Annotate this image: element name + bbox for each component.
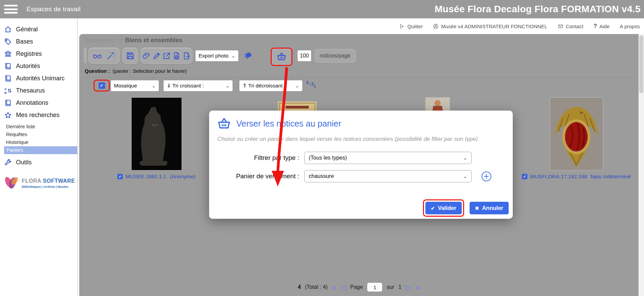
valider-button[interactable]: ✔ Valider: [425, 202, 462, 214]
chevron-down-icon: ⌄: [295, 83, 299, 88]
next-page-button[interactable]: ▷: [406, 284, 411, 291]
tag-icon: [4, 38, 12, 46]
hamburger-menu-icon[interactable]: [4, 5, 18, 14]
sort-descending-select[interactable]: ⇑ Tri décroissant : ⌄: [239, 80, 303, 92]
sidebar-subitem-historique[interactable]: Historique: [0, 138, 77, 146]
pencil-icon[interactable]: [152, 51, 161, 60]
sur-label: sur: [387, 284, 394, 290]
external-link-icon[interactable]: [162, 51, 171, 60]
record-meta[interactable]: bijou indéterminé: [591, 174, 631, 180]
scrollbar[interactable]: [639, 34, 644, 296]
quitter-button[interactable]: Quitter: [399, 23, 423, 29]
scrollbar-thumb[interactable]: [639, 35, 643, 93]
aide-button[interactable]: ? Aide: [593, 23, 609, 30]
app-title: Musée Flora Decalog Flora FORMATION v4.5: [435, 4, 641, 15]
archive-columns-icon: [4, 50, 12, 58]
check-icon: ✔: [431, 205, 435, 211]
filter-row: ✓ Mosaïque ⌄ ⇓ Tri croissant : ⌄ ⇑ Tri d…: [79, 80, 639, 93]
select-all-checkbox[interactable]: ✓: [99, 82, 105, 89]
modal-buttons: ✔ Valider ✖ Annuler: [423, 199, 509, 217]
sort-ascending-select[interactable]: ⇓ Tri croissant : ⌄: [163, 80, 233, 92]
preview-glasses-icon[interactable]: [92, 51, 102, 61]
apropos-label: A propos: [620, 23, 640, 29]
record-link[interactable]: MUSEE.1862.1.1: [125, 174, 166, 180]
record-checkbox[interactable]: ✓: [522, 174, 527, 179]
sidebar-item-annotations[interactable]: Annotations: [0, 97, 77, 109]
toolbar-group-view: [88, 48, 120, 64]
last-page-button[interactable]: »: [415, 283, 420, 292]
svg-text:A: A: [4, 87, 7, 91]
toolbar-group-save: [122, 48, 138, 64]
sidebar-subitem-derniere-liste[interactable]: Dernière liste: [0, 123, 77, 131]
wrench-icon: [4, 159, 12, 166]
star-icon: [4, 111, 12, 119]
sidebar-item-thesaurus[interactable]: A B Thesaurus: [0, 84, 77, 97]
sidebar-item-autorites-unimarc[interactable]: Autorités Unimarc: [0, 72, 77, 84]
filter-type-select[interactable]: (Tous les types) ⌄: [304, 152, 472, 164]
exit-icon: [399, 23, 405, 29]
toolbar-separator: [84, 48, 86, 63]
total-pages: 1: [399, 284, 402, 290]
cross-icon: ✖: [475, 205, 479, 211]
user-label: Musée v4 ADMINISTRATEUR FONCTIONNEL: [441, 23, 547, 29]
filter-type-label: Filtrer par type :: [209, 154, 304, 162]
refine-bird-button[interactable]: [242, 50, 253, 62]
page-size-label-pill: notices/page: [315, 49, 356, 63]
contact-label: Contact: [566, 23, 583, 29]
chevron-down-icon: ⌄: [463, 174, 467, 179]
add-basket-plus-icon[interactable]: [481, 171, 492, 182]
modal-title: Verser les notices au panier: [236, 119, 341, 129]
previous-page-button[interactable]: ◁: [341, 284, 346, 291]
current-user[interactable]: Musée v4 ADMINISTRATEUR FONCTIONNEL: [433, 23, 547, 29]
target-basket-label: Panier de versement :: [209, 172, 304, 180]
help-icon: ?: [593, 23, 597, 30]
target-basket-select[interactable]: chaussure ⌄: [304, 170, 472, 182]
contact-button[interactable]: Contact: [558, 23, 583, 29]
user-icon: [433, 23, 439, 29]
valider-annotation-box: ✔ Valider: [423, 199, 464, 217]
record-link[interactable]: MUSFLORA.17.192.168: [530, 174, 587, 180]
document-export-icon[interactable]: [182, 51, 191, 60]
chevron-down-icon: ⌄: [225, 83, 230, 88]
thumbnail-cat-statue[interactable]: [131, 97, 182, 170]
sidebar-item-outils[interactable]: Outils: [0, 156, 77, 168]
add-to-basket-button[interactable]: [271, 48, 292, 66]
apropos-button[interactable]: A propos: [620, 23, 640, 29]
workspace-label[interactable]: Espaces de travail: [27, 5, 81, 13]
magic-wand-icon[interactable]: [106, 51, 116, 61]
view-mode-select[interactable]: Mosaïque ⌄: [111, 80, 159, 92]
top-bar: Espaces de travail Musée Flora Decalog F…: [0, 0, 644, 18]
sidebar-subitem-requetes[interactable]: Requêtes: [0, 131, 77, 138]
record-meta[interactable]: (Anonyme): [170, 174, 196, 180]
chevron-down-icon: ⌄: [231, 53, 235, 59]
select-all-annotation-box: ✓: [94, 80, 110, 92]
sidebar-subitem-paniers[interactable]: Paniers: [4, 146, 77, 154]
toolbar-group-edit: [141, 48, 192, 64]
sidebar-item-bases[interactable]: Bases: [0, 35, 77, 48]
sidebar-item-autorites[interactable]: Autorités: [0, 60, 77, 72]
sidebar: Général Bases Registres Autorités Autori…: [0, 18, 78, 296]
logo-line2: SOFTWARE: [43, 178, 75, 184]
sidebar-item-general[interactable]: Général: [0, 23, 77, 35]
paperclip-icon[interactable]: [142, 51, 151, 60]
save-icon[interactable]: [125, 51, 135, 61]
verser-notices-modal: Verser les notices au panier Choisir ou …: [209, 111, 513, 219]
annuler-button[interactable]: ✖ Annuler: [470, 202, 509, 214]
page-label: Page: [350, 284, 363, 290]
basket-icon: [217, 116, 232, 131]
svg-text:B: B: [4, 91, 7, 94]
export-photo-select[interactable]: Export photo ⌄: [195, 50, 239, 62]
sort-321-icon[interactable]: 3↑21: [306, 80, 316, 88]
book-icon: [4, 62, 12, 70]
document-print-icon[interactable]: [172, 51, 181, 60]
sidebar-item-mes-recherches[interactable]: Mes recherches: [0, 109, 77, 121]
record-checkbox[interactable]: ✓: [117, 174, 123, 179]
eagle-brooch-image: [550, 98, 603, 170]
question-label: Question :: [85, 68, 110, 74]
page-number-input[interactable]: [367, 282, 383, 292]
page-size-input[interactable]: [297, 50, 311, 62]
flora-flower-icon: [3, 174, 19, 193]
sidebar-item-registres[interactable]: Registres: [0, 48, 77, 60]
first-page-button[interactable]: «: [332, 283, 336, 292]
thumbnail-eagle-brooch[interactable]: [550, 97, 603, 170]
